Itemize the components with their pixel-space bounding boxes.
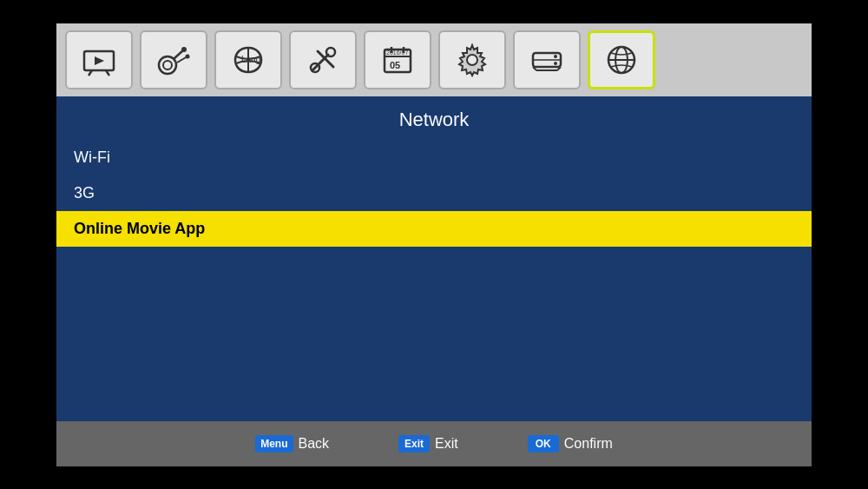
footer-ok-btn[interactable]: OK Confirm: [528, 435, 613, 453]
language-icon-btn[interactable]: Lang: [214, 30, 282, 89]
section-title: Network: [56, 96, 812, 140]
ok-key: OK: [528, 435, 559, 453]
tools-icon-btn[interactable]: [289, 30, 357, 89]
exit-label: Exit: [435, 436, 458, 452]
menu-key: Menu: [255, 435, 293, 453]
ok-label: Confirm: [564, 436, 613, 452]
main-content: Network Wi-Fi 3G Online Movie App: [56, 96, 812, 421]
svg-point-23: [467, 55, 477, 65]
svg-point-7: [181, 47, 187, 52]
menu-item-wifi[interactable]: Wi-Fi: [56, 140, 812, 175]
footer-bar: Menu Back Exit Exit OK Confirm: [56, 421, 812, 466]
network-icon-btn[interactable]: [588, 30, 655, 89]
calendar-icon-btn[interactable]: 05 2016/07: [364, 30, 431, 89]
svg-point-5: [163, 61, 172, 69]
menu-label: Back: [299, 436, 330, 452]
svg-text:05: 05: [390, 60, 400, 70]
tv-icon-btn[interactable]: [65, 30, 133, 89]
svg-point-26: [554, 55, 557, 58]
svg-marker-3: [95, 56, 104, 65]
menu-item-online-movie-app[interactable]: Online Movie App: [56, 211, 812, 247]
menu-item-3g[interactable]: 3G: [56, 175, 812, 211]
exit-key: Exit: [398, 435, 430, 453]
svg-text:Lang: Lang: [241, 55, 260, 64]
svg-point-9: [186, 54, 190, 58]
storage-icon-btn[interactable]: [513, 30, 581, 89]
svg-text:2016/07: 2016/07: [386, 50, 408, 56]
footer-exit-btn[interactable]: Exit Exit: [398, 435, 458, 453]
svg-point-27: [554, 62, 557, 65]
settings-icon-btn[interactable]: [438, 30, 506, 89]
satellite-icon-btn[interactable]: [140, 30, 207, 89]
footer-menu-btn[interactable]: Menu Back: [255, 435, 329, 453]
menu-list: Wi-Fi 3G Online Movie App: [56, 140, 812, 247]
svg-point-13: [326, 48, 335, 56]
icon-bar: Lang 05 2016/07: [56, 23, 812, 96]
